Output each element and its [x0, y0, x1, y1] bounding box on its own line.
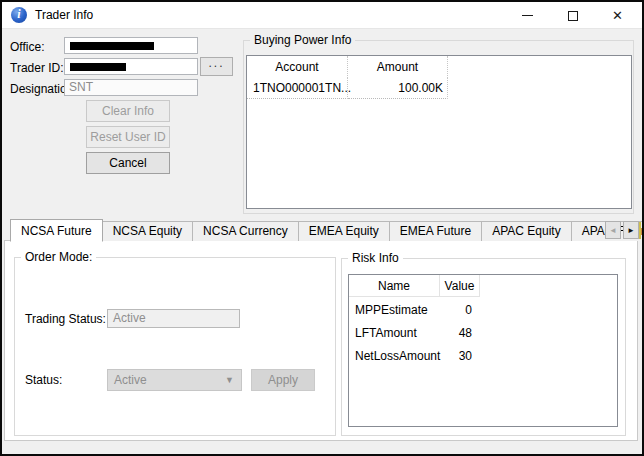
title-bar: i Trader Info ✕ — [2, 2, 642, 29]
hidden-tab-edge — [639, 222, 641, 239]
risk-name-cell: NetLossAmount — [349, 345, 440, 368]
tab-ncsa-future[interactable]: NCSA Future — [10, 219, 103, 242]
minimize-button[interactable] — [505, 2, 550, 29]
status-dropdown-value: Active — [114, 373, 147, 387]
trader-info-window: i Trader Info ✕ Office: Trader ID: ... D… — [0, 0, 644, 456]
risk-value-cell: 0 — [440, 299, 480, 322]
risk-value-cell: 30 — [440, 345, 480, 368]
table-row[interactable]: 1TNO000001TN... 100.00K — [247, 78, 631, 99]
account-column-header: Account — [247, 56, 348, 78]
tab-scroll-right-button[interactable]: ► — [623, 221, 639, 239]
info-icon: i — [11, 7, 27, 23]
risk-value-cell: 48 — [440, 322, 480, 345]
order-mode-group: Order Mode: Trading Status: Active Statu… — [14, 257, 336, 436]
amount-column-header: Amount — [348, 56, 448, 78]
cancel-button[interactable]: Cancel — [86, 152, 170, 174]
buying-power-group: Buying Power Info Account Amount 1TNO000… — [243, 40, 634, 214]
name-column-header: Name — [349, 275, 440, 297]
status-dropdown: Active ▼ — [107, 369, 242, 391]
office-redaction — [70, 42, 154, 50]
account-cell: 1TNO000001TN... — [247, 78, 348, 99]
risk-info-group: Risk Info Name Value MPPEstimate 0 LFTAm… — [341, 258, 626, 436]
amount-cell: 100.00K — [348, 78, 448, 99]
risk-info-table: Name Value MPPEstimate 0 LFTAmount 48 Ne… — [348, 274, 618, 427]
buying-power-header: Account Amount — [247, 56, 631, 78]
tab-emea-future[interactable]: EMEA Future — [389, 221, 482, 241]
minimize-icon — [522, 15, 533, 16]
tab-scroll-left-button: ◄ — [605, 221, 621, 239]
trading-status-label: Trading Status: — [25, 312, 106, 326]
tab-ncsa-equity[interactable]: NCSA Equity — [102, 221, 193, 241]
tab-ncsa-currency[interactable]: NCSA Currency — [192, 221, 299, 241]
reset-user-id-button: Reset User ID — [86, 126, 170, 148]
arrow-right-icon: ► — [627, 226, 635, 235]
clear-info-button: Clear Info — [86, 100, 170, 122]
close-button[interactable]: ✕ — [595, 2, 640, 29]
trader-id-redaction — [70, 63, 126, 71]
order-mode-group-title: Order Mode: — [21, 250, 96, 264]
table-row[interactable]: LFTAmount 48 — [349, 322, 617, 345]
trader-id-browse-button[interactable]: ... — [200, 57, 233, 76]
close-icon: ✕ — [612, 8, 623, 23]
region-tabs: NCSA Future NCSA Equity NCSA Currency EM… — [10, 217, 644, 241]
tab-apac-equity[interactable]: APAC Equity — [481, 221, 571, 241]
apply-button: Apply — [251, 369, 315, 391]
risk-name-cell: MPPEstimate — [349, 299, 440, 322]
designation-input: SNT — [64, 79, 198, 96]
table-row[interactable]: MPPEstimate 0 — [349, 299, 617, 322]
window-controls: ✕ — [505, 2, 640, 29]
office-input[interactable] — [64, 37, 198, 54]
maximize-icon — [568, 11, 578, 21]
buying-power-table: Account Amount 1TNO000001TN... 100.00K — [246, 55, 632, 209]
trading-status-field: Active — [107, 309, 240, 328]
risk-name-cell: LFTAmount — [349, 322, 440, 345]
trader-id-input[interactable] — [64, 58, 198, 75]
value-column-header: Value — [440, 275, 480, 297]
status-label: Status: — [25, 373, 62, 387]
maximize-button[interactable] — [550, 2, 595, 29]
trader-id-label: Trader ID: — [10, 61, 64, 75]
buying-power-group-title: Buying Power Info — [250, 33, 355, 47]
risk-info-header: Name Value — [349, 275, 617, 297]
office-label: Office: — [10, 40, 44, 54]
window-title: Trader Info — [35, 8, 93, 22]
tab-emea-equity[interactable]: EMEA Equity — [298, 221, 390, 241]
risk-info-group-title: Risk Info — [348, 251, 403, 265]
chevron-down-icon: ▼ — [225, 370, 234, 390]
arrow-left-icon: ◄ — [609, 226, 617, 235]
table-row[interactable]: NetLossAmount 30 — [349, 345, 617, 368]
